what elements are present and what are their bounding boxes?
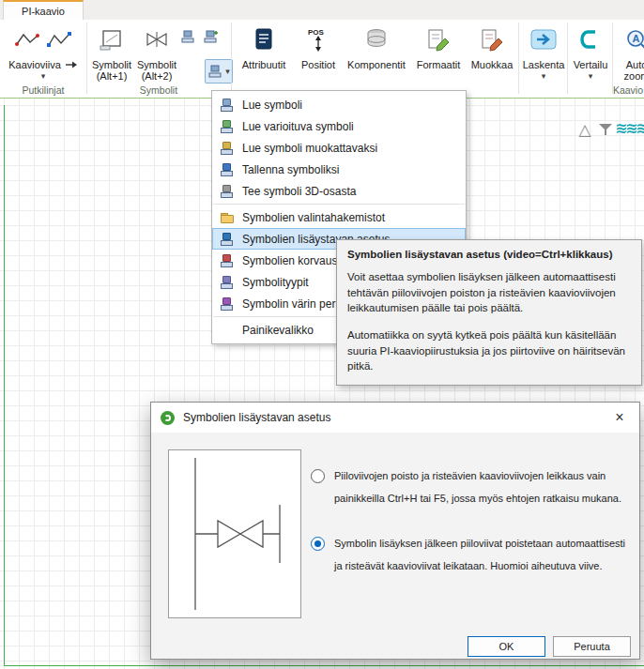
symbolit-alt1-button[interactable]: Symbolit(Alt+1) bbox=[90, 23, 133, 82]
symbol-insert-settings-dialog: Symbolien lisäystavan asetus × Piiloviiv… bbox=[150, 402, 640, 660]
symbol-types-icon bbox=[220, 275, 234, 289]
color-inherit-icon bbox=[220, 296, 234, 311]
menu-item-lue-symboli[interactable]: Lue symboli bbox=[212, 94, 466, 115]
menu-item-tallenna-symboliksi[interactable]: Tallenna symboliksi bbox=[212, 159, 466, 180]
chart-line2-icon bbox=[47, 30, 71, 49]
menu-separator bbox=[213, 204, 465, 205]
group-separator bbox=[567, 23, 568, 94]
compare-icon bbox=[579, 28, 602, 51]
auto-zoom-button[interactable]: A Autozoom bbox=[616, 23, 644, 82]
sheet-border-left bbox=[4, 105, 5, 665]
svg-text:A: A bbox=[632, 33, 639, 44]
symbol-menu-dropdown-button[interactable]: ▾ bbox=[205, 59, 233, 84]
edit-icon bbox=[479, 27, 505, 52]
filter-tool-icon[interactable] bbox=[599, 123, 612, 136]
positiot-button[interactable]: POS Positiot bbox=[295, 23, 342, 70]
close-icon: × bbox=[615, 409, 623, 426]
group-label-kaavio: Kaavio bbox=[612, 84, 644, 96]
app-icon bbox=[161, 411, 175, 425]
hatch-tool-icon-3[interactable]: ≋ bbox=[636, 121, 644, 136]
chevron-down-icon: ▾ bbox=[41, 72, 46, 81]
symbol-stamp-plus-icon bbox=[203, 29, 218, 44]
sheet-border-bottom bbox=[4, 665, 644, 666]
attribuutit-button[interactable]: Attribuutit bbox=[235, 23, 293, 70]
calculation-icon bbox=[530, 28, 557, 51]
komponentit-button[interactable]: Komponentit bbox=[344, 23, 409, 70]
symbol-from-3d-icon bbox=[220, 184, 234, 198]
dialog-titlebar[interactable]: Symbolien lisäystavan asetus bbox=[151, 403, 639, 433]
symbol-stamp-icon bbox=[180, 29, 195, 44]
dialog-close-button[interactable]: × bbox=[600, 403, 639, 433]
group-separator bbox=[612, 23, 613, 94]
chevron-down-icon: ▾ bbox=[225, 68, 230, 76]
symbol-tool-2-button[interactable] bbox=[201, 27, 220, 46]
group-separator bbox=[231, 23, 232, 94]
tooltip: Symbolien lisäystavan asetus (video=Ctrl… bbox=[336, 239, 642, 386]
auto-zoom-icon: A bbox=[624, 27, 644, 53]
group-separator bbox=[518, 23, 519, 94]
dialog-title: Symbolien lisäystavan asetus bbox=[183, 411, 330, 424]
insert-mode-icon bbox=[220, 232, 234, 246]
radio-unselected-icon[interactable] bbox=[311, 469, 325, 483]
valve-symbol-icon bbox=[145, 28, 169, 51]
formaatit-button[interactable]: Formaatit bbox=[411, 23, 466, 70]
ribbon: Kaavioviiva ▾ Putkilinjat Symbolit(Alt+1… bbox=[0, 20, 644, 99]
group-label-symbolit: Symbolit bbox=[86, 84, 231, 96]
attributes-icon bbox=[253, 27, 274, 52]
tab-label: PI-kaavio bbox=[22, 6, 65, 17]
option-group: Piiloviivojen poisto ja risteävien kaavi… bbox=[311, 464, 634, 600]
symbol-tool-1-button[interactable] bbox=[178, 27, 197, 46]
menu-item-lue-symboli-muokattavaksi[interactable]: Lue symboli muokattavaksi bbox=[212, 137, 466, 159]
menu-item-tee-symboli-3d-osasta[interactable]: Tee symboli 3D-osasta bbox=[212, 180, 466, 202]
ok-button[interactable]: OK bbox=[468, 636, 545, 657]
laskenta-button[interactable]: Laskenta ▾ bbox=[522, 23, 565, 81]
vertailu-button[interactable]: Vertailu ▾ bbox=[570, 23, 611, 81]
radio-option-1[interactable]: Piiloviivojen poisto ja risteävien kaavi… bbox=[311, 464, 634, 509]
symbolit-alt2-button[interactable]: Symbolit(Alt+2) bbox=[135, 23, 178, 82]
tab-bar: PI-kaavio bbox=[0, 0, 644, 20]
valve-preview bbox=[168, 449, 301, 618]
edit-symbol-icon bbox=[220, 141, 234, 155]
chart-line-icon bbox=[15, 30, 39, 49]
cancel-button[interactable]: Peruuta bbox=[553, 636, 631, 657]
chevron-down-icon: ▾ bbox=[542, 72, 546, 81]
folder-icon bbox=[220, 210, 234, 224]
tooltip-body-1: Voit asettaa symbolien lisäyksen jälkeen… bbox=[347, 269, 631, 316]
radio-selected-icon[interactable] bbox=[311, 537, 325, 551]
line-arrow-icon bbox=[65, 60, 78, 69]
blank-icon bbox=[220, 323, 234, 337]
symbol-square-icon bbox=[100, 28, 124, 51]
kaavioviiva-label: Kaavioviiva bbox=[8, 59, 61, 70]
app-window: PI-kaavio Kaavioviiva ▾ Putkilinjat Symb… bbox=[0, 0, 644, 669]
muokkaa-button[interactable]: Muokkaa bbox=[468, 23, 516, 70]
menu-item-lue-varioituva-symboli[interactable]: Lue varioituva symboli bbox=[212, 115, 466, 137]
triangle-tool-icon[interactable]: △ bbox=[575, 119, 595, 140]
group-separator bbox=[86, 23, 87, 94]
svg-text:POS: POS bbox=[308, 28, 325, 37]
tooltip-body-2: Automatiikka on syytä kytkeä pois päältä… bbox=[347, 327, 631, 374]
tooltip-title: Symbolien lisäystavan asetus (video=Ctrl… bbox=[347, 249, 631, 260]
symbol-stamp-icon bbox=[207, 64, 222, 79]
tab-pi-kaavio[interactable]: PI-kaavio bbox=[3, 0, 84, 20]
valve-symbol-drawing bbox=[169, 450, 300, 617]
read-symbol-icon bbox=[220, 98, 234, 112]
formats-icon bbox=[425, 27, 452, 52]
radio-option-2[interactable]: Symbolin lisäyksen jälkeen piiloviivat p… bbox=[311, 532, 634, 577]
menu-item-symbolien-valintahakemistot[interactable]: Symbolien valintahakemistot bbox=[212, 206, 466, 228]
group-label-putkilinjat: Putkilinjat bbox=[0, 84, 86, 96]
chevron-down-icon: ▾ bbox=[589, 72, 593, 81]
kaavioviiva-button[interactable]: Kaavioviiva ▾ bbox=[4, 23, 83, 81]
replace-symbol-icon bbox=[220, 253, 234, 267]
read-variable-symbol-icon bbox=[220, 119, 234, 133]
position-icon: POS bbox=[306, 26, 330, 53]
save-symbol-icon bbox=[220, 162, 234, 176]
components-database-icon bbox=[364, 27, 389, 52]
